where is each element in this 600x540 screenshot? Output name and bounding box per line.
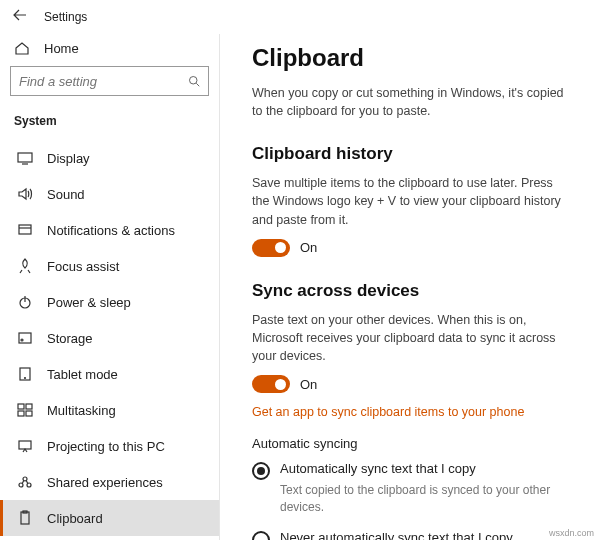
home-label: Home xyxy=(44,41,79,56)
radio-hint: Text copied to the clipboard is synced t… xyxy=(280,482,572,516)
storage-icon xyxy=(17,330,33,346)
svg-rect-11 xyxy=(26,411,32,416)
nav-label: Clipboard xyxy=(47,511,103,526)
radio-auto-sync[interactable]: Automatically sync text that I copy xyxy=(252,461,572,480)
page-intro: When you copy or cut something in Window… xyxy=(252,84,572,120)
tablet-icon xyxy=(17,366,33,382)
svg-rect-1 xyxy=(18,153,32,162)
nav-label: Shared experiences xyxy=(47,475,163,490)
page-title: Clipboard xyxy=(252,44,572,72)
sidebar: Home System Display Sound Notifications … xyxy=(0,34,220,540)
nav-storage[interactable]: Storage xyxy=(0,320,219,356)
multitasking-icon xyxy=(17,402,33,418)
window-title: Settings xyxy=(44,10,87,24)
sound-icon xyxy=(17,186,33,202)
nav-label: Notifications & actions xyxy=(47,223,175,238)
search-field[interactable] xyxy=(19,74,188,89)
arrow-left-icon xyxy=(12,7,28,23)
nav-projecting[interactable]: Projecting to this PC xyxy=(0,428,219,464)
shared-icon xyxy=(17,474,33,490)
svg-rect-16 xyxy=(21,512,29,524)
home-nav[interactable]: Home xyxy=(0,34,219,66)
nav-label: Storage xyxy=(47,331,93,346)
radio-icon xyxy=(252,462,270,480)
svg-rect-9 xyxy=(26,404,32,409)
back-button[interactable] xyxy=(12,7,28,27)
svg-point-7 xyxy=(25,378,26,379)
sync-heading: Sync across devices xyxy=(252,281,572,301)
content-pane: Clipboard When you copy or cut something… xyxy=(220,34,600,540)
nav-label: Tablet mode xyxy=(47,367,118,382)
clipboard-icon xyxy=(17,510,33,526)
power-icon xyxy=(17,294,33,310)
svg-rect-12 xyxy=(19,441,31,449)
section-header: System xyxy=(0,106,219,140)
focus-assist-icon xyxy=(17,258,33,274)
svg-rect-4 xyxy=(19,333,31,343)
sync-toggle[interactable] xyxy=(252,375,290,393)
nav-label: Focus assist xyxy=(47,259,119,274)
watermark: wsxdn.com xyxy=(549,528,594,538)
radio-icon xyxy=(252,531,270,540)
nav-shared-experiences[interactable]: Shared experiences xyxy=(0,464,219,500)
radio-never-sync[interactable]: Never automatically sync text that I cop… xyxy=(252,530,572,540)
nav-label: Power & sleep xyxy=(47,295,131,310)
svg-rect-8 xyxy=(18,404,24,409)
nav-multitasking[interactable]: Multitasking xyxy=(0,392,219,428)
svg-point-5 xyxy=(21,339,23,341)
nav-label: Sound xyxy=(47,187,85,202)
nav-label: Projecting to this PC xyxy=(47,439,165,454)
auto-sync-heading: Automatic syncing xyxy=(252,436,572,451)
nav-display[interactable]: Display xyxy=(0,140,219,176)
history-toggle[interactable] xyxy=(252,239,290,257)
radio-label: Never automatically sync text that I cop… xyxy=(280,530,513,540)
nav-notifications[interactable]: Notifications & actions xyxy=(0,212,219,248)
nav-power-sleep[interactable]: Power & sleep xyxy=(0,284,219,320)
nav-label: Display xyxy=(47,151,90,166)
sync-desc: Paste text on your other devices. When t… xyxy=(252,311,572,365)
nav-sound[interactable]: Sound xyxy=(0,176,219,212)
nav-clipboard[interactable]: Clipboard xyxy=(0,500,219,536)
nav-focus-assist[interactable]: Focus assist xyxy=(0,248,219,284)
history-toggle-state: On xyxy=(300,240,317,255)
projecting-icon xyxy=(17,438,33,454)
svg-point-0 xyxy=(190,77,198,85)
sync-app-link[interactable]: Get an app to sync clipboard items to yo… xyxy=(252,405,524,419)
search-icon xyxy=(188,74,200,88)
search-input[interactable] xyxy=(10,66,209,96)
nav-tablet-mode[interactable]: Tablet mode xyxy=(0,356,219,392)
nav-label: Multitasking xyxy=(47,403,116,418)
sync-toggle-state: On xyxy=(300,377,317,392)
display-icon xyxy=(17,150,33,166)
svg-rect-2 xyxy=(19,225,31,234)
history-desc: Save multiple items to the clipboard to … xyxy=(252,174,572,228)
home-icon xyxy=(14,40,30,56)
notifications-icon xyxy=(17,222,33,238)
radio-label: Automatically sync text that I copy xyxy=(280,461,476,480)
history-heading: Clipboard history xyxy=(252,144,572,164)
titlebar: Settings xyxy=(0,0,600,34)
svg-rect-10 xyxy=(18,411,24,416)
